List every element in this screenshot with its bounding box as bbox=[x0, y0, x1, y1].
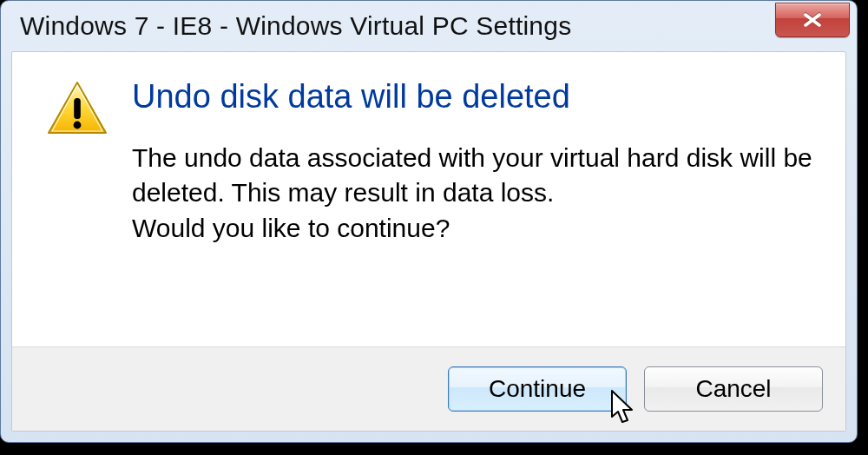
dialog-window: Windows 7 - IE8 - Windows Virtual PC Set… bbox=[0, 0, 858, 443]
dialog-client-area: Undo disk data will be deleted The undo … bbox=[11, 51, 846, 432]
dialog-body-line1: The undo data associated with your virtu… bbox=[132, 143, 812, 208]
svg-rect-2 bbox=[74, 98, 81, 119]
close-button[interactable] bbox=[775, 3, 850, 37]
dialog-body: The undo data associated with your virtu… bbox=[132, 141, 816, 247]
warning-icon bbox=[45, 80, 109, 137]
titlebar: Windows 7 - IE8 - Windows Virtual PC Set… bbox=[1, 1, 857, 51]
window-title: Windows 7 - IE8 - Windows Virtual PC Set… bbox=[20, 11, 571, 41]
button-row: Continue Cancel bbox=[12, 346, 845, 431]
cancel-button[interactable]: Cancel bbox=[644, 366, 823, 412]
close-icon bbox=[796, 11, 829, 29]
dialog-body-line2: Would you like to continue? bbox=[132, 214, 450, 242]
continue-button[interactable]: Continue bbox=[448, 366, 627, 412]
dialog-heading: Undo disk data will be deleted bbox=[132, 78, 816, 116]
svg-point-3 bbox=[74, 122, 82, 129]
dialog-content: Undo disk data will be deleted The undo … bbox=[12, 52, 845, 346]
